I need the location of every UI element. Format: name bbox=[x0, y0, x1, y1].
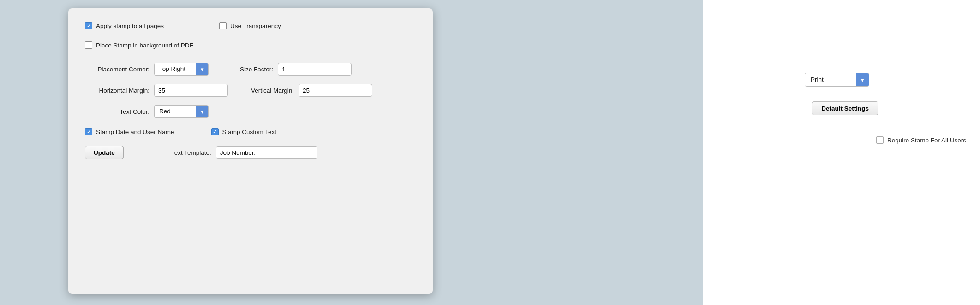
vertical-margin-label: Vertical Margin: bbox=[251, 87, 294, 94]
update-button[interactable]: Update bbox=[85, 146, 124, 159]
print-value: Print bbox=[805, 73, 856, 87]
update-template-row: Update Text Template: bbox=[85, 146, 416, 159]
use-transparency-checkbox[interactable] bbox=[219, 22, 227, 29]
place-stamp-row: Place Stamp in background of PDF bbox=[85, 41, 416, 49]
size-factor-input[interactable] bbox=[278, 63, 352, 76]
margins-row: Horizontal Margin: Vertical Margin: bbox=[85, 84, 416, 97]
apply-stamp-checkbox[interactable] bbox=[85, 22, 92, 29]
text-color-row: Text Color: Red ▾ bbox=[85, 105, 416, 118]
right-white-area bbox=[703, 0, 980, 305]
placement-corner-value: Top Right bbox=[155, 63, 196, 76]
stamp-options-row: Stamp Date and User Name Stamp Custom Te… bbox=[85, 128, 416, 135]
stamp-settings-dialog: Apply stamp to all pages Use Transparenc… bbox=[68, 8, 433, 294]
use-transparency-label: Use Transparency bbox=[230, 23, 281, 29]
print-select[interactable]: Print ▾ bbox=[805, 73, 869, 87]
chevron-down-icon-print: ▾ bbox=[861, 76, 864, 83]
print-select-container: Print ▾ bbox=[805, 73, 869, 94]
stamp-custom-label: Stamp Custom Text bbox=[222, 129, 277, 135]
stamp-date-label: Stamp Date and User Name bbox=[96, 129, 174, 135]
chevron-down-icon: ▾ bbox=[201, 66, 204, 73]
text-color-label: Text Color: bbox=[85, 108, 149, 115]
require-stamp-label: Require Stamp For All Users bbox=[887, 137, 966, 144]
apply-stamp-checkbox-wrap[interactable]: Apply stamp to all pages bbox=[85, 22, 164, 29]
placement-corner-label: Placement Corner: bbox=[85, 66, 149, 73]
apply-stamp-label: Apply stamp to all pages bbox=[96, 23, 164, 29]
require-stamp-checkbox[interactable] bbox=[876, 136, 884, 144]
require-stamp-row: Require Stamp For All Users bbox=[876, 136, 966, 144]
vertical-margin-input[interactable] bbox=[299, 84, 372, 97]
placement-corner-select[interactable]: Top Right ▾ bbox=[154, 63, 209, 76]
chevron-down-icon-color: ▾ bbox=[201, 108, 204, 115]
place-stamp-label: Place Stamp in background of PDF bbox=[96, 42, 193, 49]
apply-stamp-row: Apply stamp to all pages Use Transparenc… bbox=[85, 22, 416, 29]
text-color-value: Red bbox=[155, 105, 196, 118]
text-color-arrow[interactable]: ▾ bbox=[196, 105, 208, 118]
default-settings-button[interactable]: Default Settings bbox=[812, 101, 878, 115]
place-stamp-checkbox-wrap[interactable]: Place Stamp in background of PDF bbox=[85, 41, 193, 49]
placement-corner-row: Placement Corner: Top Right ▾ Size Facto… bbox=[85, 63, 416, 76]
stamp-date-checkbox-wrap[interactable]: Stamp Date and User Name bbox=[85, 128, 174, 135]
stamp-date-checkbox[interactable] bbox=[85, 128, 92, 135]
text-template-label: Text Template: bbox=[165, 149, 211, 156]
horizontal-margin-label: Horizontal Margin: bbox=[85, 87, 149, 94]
stamp-custom-checkbox[interactable] bbox=[211, 128, 219, 135]
text-template-input[interactable] bbox=[216, 146, 317, 159]
default-settings-container: Default Settings bbox=[812, 101, 878, 126]
size-factor-label: Size Factor: bbox=[232, 66, 273, 73]
text-color-select[interactable]: Red ▾ bbox=[154, 105, 209, 118]
placement-corner-arrow[interactable]: ▾ bbox=[196, 63, 208, 76]
place-stamp-checkbox[interactable] bbox=[85, 41, 92, 49]
print-arrow[interactable]: ▾ bbox=[856, 73, 869, 87]
horizontal-margin-input[interactable] bbox=[154, 84, 228, 97]
use-transparency-checkbox-wrap[interactable]: Use Transparency bbox=[219, 22, 281, 29]
stamp-custom-checkbox-wrap[interactable]: Stamp Custom Text bbox=[211, 128, 277, 135]
